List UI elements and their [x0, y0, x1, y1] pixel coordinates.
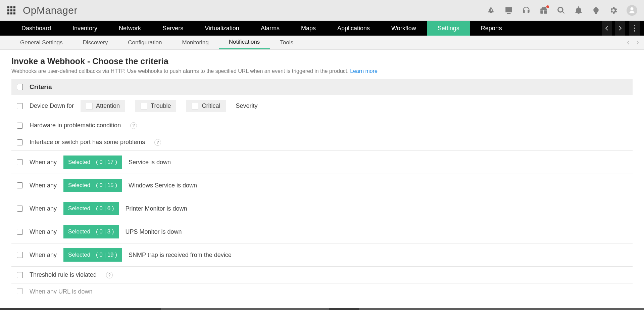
selected-button[interactable]: Selected ( 0 | 15 )	[63, 179, 122, 192]
criteria-suffix: Service is down	[129, 159, 171, 166]
severity-checkbox[interactable]	[141, 103, 147, 109]
when-any-label: When any	[30, 228, 57, 235]
headset-icon[interactable]	[522, 6, 531, 15]
nav-scroll-right[interactable]	[615, 21, 625, 36]
gift-icon[interactable]	[539, 6, 548, 15]
criteria-row: Device Down forAttentionTroubleCriticalS…	[11, 95, 633, 117]
nav-scroll-left[interactable]	[602, 21, 612, 36]
sub-nav: General SettingsDiscoveryConfigurationMo…	[0, 36, 644, 50]
nav-item-dashboard[interactable]: Dashboard	[11, 21, 62, 36]
criteria-row: When anySelected ( 0 | 17 )Service is do…	[11, 151, 633, 174]
criteria-header-label: Criteria	[30, 83, 52, 91]
nav-item-inventory[interactable]: Inventory	[62, 21, 108, 36]
subnav-scroll-right[interactable]	[634, 36, 641, 49]
severity-label: Severity	[236, 102, 258, 109]
criteria-checkbox[interactable]	[17, 272, 23, 278]
subnav-item-monitoring[interactable]: Monitoring	[172, 36, 218, 49]
criteria-text: Device Down for	[30, 102, 74, 109]
subnav-item-discovery[interactable]: Discovery	[73, 36, 118, 49]
criteria-suffix: Windows Service is down	[129, 182, 197, 189]
criteria-select-all[interactable]	[17, 84, 23, 90]
criteria-row: Threshold rule is violated?	[11, 267, 633, 283]
nav-item-workflow[interactable]: Workflow	[381, 21, 427, 36]
criteria-row: Hardware in problematic condition?	[11, 117, 633, 134]
criteria-checkbox[interactable]	[17, 206, 23, 212]
criteria-checkbox[interactable]	[17, 103, 23, 109]
criteria-checkbox[interactable]	[17, 159, 23, 165]
topbar-icons	[487, 5, 637, 16]
subnav-item-tools[interactable]: Tools	[270, 36, 303, 49]
subnav-scroll-left[interactable]	[625, 36, 632, 49]
criteria-row: When any URL is down	[11, 283, 633, 294]
selected-button[interactable]: Selected ( 0 | 17 )	[63, 156, 122, 169]
avatar[interactable]	[627, 5, 637, 16]
criteria-checkbox[interactable]	[17, 252, 23, 258]
selected-button[interactable]: Selected ( 0 | 3 )	[63, 225, 118, 238]
nav-more-icon[interactable]	[629, 21, 640, 36]
gear-icon[interactable]	[609, 6, 618, 15]
criteria-text: Hardware in problematic condition	[30, 122, 121, 129]
criteria-row: When anySelected ( 0 | 3 )UPS Monitor is…	[11, 220, 633, 243]
criteria-rows: Device Down forAttentionTroubleCriticalS…	[11, 95, 633, 294]
subnav-item-general-settings[interactable]: General Settings	[10, 36, 73, 49]
severity-chip-critical[interactable]: Critical	[186, 100, 226, 112]
criteria-suffix: UPS Monitor is down	[126, 228, 182, 235]
rocket-icon[interactable]	[487, 6, 496, 15]
help-icon[interactable]: ?	[130, 122, 137, 129]
criteria-header: Criteria	[11, 79, 633, 95]
brand-title: OpManager	[23, 5, 78, 16]
criteria-row: When anySelected ( 0 | 6 )Printer Monito…	[11, 197, 633, 220]
presentation-icon[interactable]	[504, 6, 513, 15]
nav-item-applications[interactable]: Applications	[327, 21, 381, 36]
criteria-suffix: Printer Monitor is down	[126, 205, 187, 212]
criteria-text: When any URL is down	[30, 288, 92, 294]
severity-chip-attention[interactable]: Attention	[81, 100, 125, 112]
nav-item-reports[interactable]: Reports	[470, 21, 513, 36]
nav-item-servers[interactable]: Servers	[152, 21, 194, 36]
selected-button[interactable]: Selected ( 0 | 6 )	[63, 202, 118, 215]
criteria-suffix: SNMP trap is received from the device	[129, 252, 232, 259]
nav-item-virtualization[interactable]: Virtualization	[194, 21, 250, 36]
page-description: Webhooks are user-defined callbacks via …	[11, 68, 633, 74]
notification-dot	[546, 5, 549, 8]
plug-icon[interactable]	[592, 6, 600, 15]
criteria-checkbox[interactable]	[17, 229, 23, 235]
criteria-checkbox[interactable]	[17, 123, 23, 129]
bell-icon[interactable]	[574, 6, 583, 15]
topbar: OpManager	[0, 0, 644, 21]
severity-chip-trouble[interactable]: Trouble	[135, 100, 176, 112]
primary-nav: DashboardInventoryNetworkServersVirtuali…	[0, 21, 644, 36]
page-content: Invoke a Webhook - Choose the criteria W…	[0, 50, 644, 294]
nav-item-network[interactable]: Network	[108, 21, 152, 36]
selected-button[interactable]: Selected ( 0 | 19 )	[63, 248, 122, 262]
subnav-item-notifications[interactable]: Notifications	[219, 36, 270, 49]
help-icon[interactable]: ?	[106, 272, 113, 278]
search-icon[interactable]	[557, 6, 565, 15]
when-any-label: When any	[30, 182, 57, 189]
criteria-row: Interface or switch port has some proble…	[11, 134, 633, 151]
subnav-item-configuration[interactable]: Configuration	[118, 36, 172, 49]
apps-grid-icon[interactable]	[7, 6, 15, 14]
criteria-row: When anySelected ( 0 | 15 )Windows Servi…	[11, 174, 633, 197]
when-any-label: When any	[30, 159, 57, 166]
criteria-text: Threshold rule is violated	[30, 271, 97, 278]
when-any-label: When any	[30, 252, 57, 259]
severity-checkbox[interactable]	[192, 103, 198, 109]
criteria-checkbox[interactable]	[17, 288, 23, 294]
criteria-checkbox[interactable]	[17, 182, 23, 188]
criteria-checkbox[interactable]	[17, 139, 23, 145]
criteria-row: When anySelected ( 0 | 19 )SNMP trap is …	[11, 243, 633, 267]
when-any-label: When any	[30, 205, 57, 212]
nav-item-maps[interactable]: Maps	[290, 21, 327, 36]
nav-item-alarms[interactable]: Alarms	[250, 21, 290, 36]
nav-item-settings[interactable]: Settings	[427, 21, 470, 36]
criteria-text: Interface or switch port has some proble…	[30, 139, 145, 146]
severity-checkbox[interactable]	[86, 103, 93, 109]
help-icon[interactable]: ?	[154, 139, 161, 146]
learn-more-link[interactable]: Learn more	[350, 68, 378, 74]
page-title: Invoke a Webhook - Choose the criteria	[11, 56, 633, 66]
